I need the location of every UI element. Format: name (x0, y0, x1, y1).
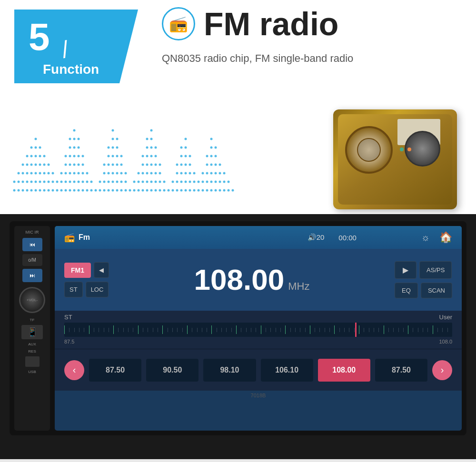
car-stereo-device: MIC IR ⏮ o/M ⏭ +VOL- TF 📱 AUX RES USB 📻 … (10, 221, 466, 435)
preset-section: ‹ 87.50 90.50 98.10 106.10 108.00 87.50 … (55, 349, 462, 391)
radio-speaker (345, 126, 393, 174)
preset-1[interactable]: 87.50 (89, 359, 141, 382)
frequency-unit: MHz (288, 280, 309, 293)
tuner-right-label: User (439, 314, 452, 321)
prev-freq-button[interactable]: ◀ (94, 262, 109, 278)
play-button[interactable]: ▶ (395, 261, 416, 279)
tuner-bottom-labels: 87.5 108.0 (64, 337, 452, 344)
radio-indicator-dots (400, 147, 411, 151)
bottom-bar: DAB IN FM\AM\AB\LE\S\B 1030G (0, 459, 476, 462)
screen-header-center: 🔊20 00:00 (243, 233, 421, 242)
st-button[interactable]: ST (64, 282, 83, 297)
st-loc-row: ST LOC (64, 282, 109, 297)
tf-label: TF (30, 318, 35, 322)
screen-header-left: 📻 Fm (64, 232, 243, 243)
badge-function-text: Function (43, 62, 99, 77)
aux-label: AUX (28, 342, 36, 346)
tuner-lines (64, 323, 452, 337)
home-icon[interactable]: 🏠 (439, 231, 452, 244)
fm-header: 📻 FM radio (162, 7, 338, 40)
device-model: 7018B (55, 391, 462, 400)
usb-slot[interactable] (25, 356, 40, 367)
radio-speaker-inner (357, 138, 381, 162)
as-ps-button[interactable]: AS/PS (419, 261, 452, 279)
om-button[interactable]: o/M (22, 254, 42, 266)
radio-controls: FM1 ◀ ST LOC 108.00 MHz ▶ AS/PS (55, 249, 462, 311)
tuner-bar-section: ST User 87.5 108.0 (55, 311, 462, 349)
function-badge: 5 / Function (14, 10, 148, 90)
left-panel: MIC IR ⏮ o/M ⏭ +VOL- TF 📱 AUX RES USB (14, 226, 50, 431)
preset-prev-button[interactable]: ‹ (64, 360, 84, 380)
frequency-value: 108.00 (194, 265, 285, 295)
tuner-track[interactable] (64, 323, 452, 337)
radio-icon: 📻 (162, 7, 195, 40)
badge-number: 5 (29, 18, 50, 56)
preset-5-active[interactable]: 108.00 (318, 359, 370, 382)
vol-label: +VOL- (27, 298, 38, 302)
band-row: FM1 ◀ (64, 262, 109, 278)
next-button[interactable]: ⏭ (22, 269, 42, 282)
mic-ir-label: MIC IR (26, 230, 39, 235)
brightness-icon[interactable]: ☼ (421, 232, 430, 243)
screen-fm-mode: Fm (79, 233, 90, 242)
volume-display: 🔊20 (307, 233, 325, 242)
middle-section (0, 105, 476, 214)
tuner-end-freq: 108.0 (439, 339, 452, 344)
preset-6[interactable]: 87.50 (375, 359, 427, 382)
scan-button[interactable]: SCAN (421, 283, 452, 298)
frequency-display: 108.00 MHz (116, 265, 387, 295)
volume-knob[interactable]: +VOL- (19, 287, 45, 313)
tuner-indicator (355, 323, 357, 337)
preset-3[interactable]: 98.10 (203, 359, 256, 382)
time-display: 00:00 (338, 234, 357, 242)
preset-2[interactable]: 90.50 (146, 359, 198, 382)
prev-button[interactable]: ⏮ (22, 238, 42, 251)
fm-subtitle: QN8035 radio chip, FM single-band radio (162, 52, 353, 65)
right-radio-controls: ▶ AS/PS EQ SCAN (395, 261, 452, 298)
top-section: 5 / Function 📻 FM radio QN8035 radio chi… (0, 0, 476, 105)
res-label: RES (28, 349, 36, 354)
preset-next-button[interactable]: › (432, 360, 452, 380)
radio-front (338, 114, 452, 205)
preset-4[interactable]: 106.10 (261, 359, 313, 382)
fm1-button[interactable]: FM1 (64, 263, 91, 278)
screen-header: 📻 Fm 🔊20 00:00 ☼ 🏠 (55, 226, 462, 249)
screen-header-right: ☼ 🏠 (421, 231, 452, 244)
sound-wave-canvas (10, 119, 257, 200)
radio-device-image (333, 109, 457, 209)
loc-button[interactable]: LOC (86, 282, 109, 297)
tuner-start-freq: 87.5 (64, 339, 74, 344)
eq-scan-row: EQ SCAN (395, 283, 452, 298)
tuner-left-label: ST (64, 314, 72, 321)
main-screen: 📻 Fm 🔊20 00:00 ☼ 🏠 FM1 ◀ (55, 226, 462, 431)
bottom-section: MIC IR ⏮ o/M ⏭ +VOL- TF 📱 AUX RES USB 📻 … (0, 214, 476, 459)
usb-label: USB (28, 370, 36, 374)
left-radio-controls: FM1 ◀ ST LOC (64, 262, 109, 297)
play-asps-row: ▶ AS/PS (395, 261, 452, 279)
tuner-labels: ST User (64, 311, 452, 321)
fm-title: FM radio (204, 8, 338, 40)
screen-radio-icon: 📻 (64, 232, 75, 243)
tf-slot[interactable]: 📱 (21, 325, 43, 339)
eq-button[interactable]: EQ (395, 283, 418, 298)
